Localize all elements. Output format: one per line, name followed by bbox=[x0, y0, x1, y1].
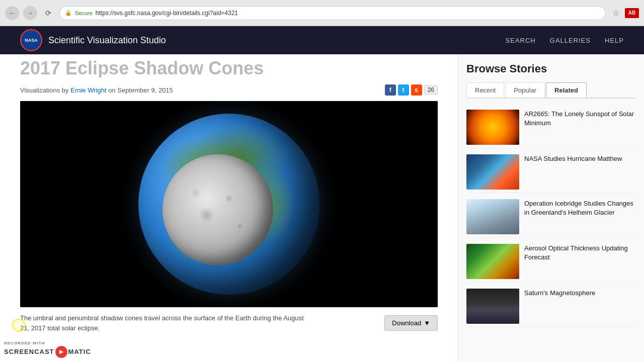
caption-bar: The umbral and penumbral shadow cones tr… bbox=[20, 307, 438, 338]
site-logo: NASA Scientific Visualization Studio bbox=[20, 29, 166, 51]
story-title: NASA Studies Hurricane Matthew bbox=[524, 154, 636, 163]
nav-galleries[interactable]: GALLERIES bbox=[550, 37, 591, 44]
story-info: Aerosol Optical Thickness Updating Forec… bbox=[524, 244, 636, 262]
story-title: Operation Icebridge Studies Changes in G… bbox=[524, 199, 636, 217]
facebook-share-button[interactable]: f bbox=[385, 84, 396, 96]
bookmark-button[interactable]: ☆ bbox=[610, 7, 622, 19]
story-thumbnail bbox=[466, 289, 519, 324]
story-thumbnail bbox=[466, 199, 519, 234]
right-sidebar: Browse Stories Recent Popular Related AR… bbox=[458, 54, 644, 362]
browser-chrome: ← → ⟳ 🔒 Secure https://svs.gsfc.nasa.gov… bbox=[0, 0, 644, 26]
page-title: 2017 Eclipse Shadow Cones bbox=[20, 59, 438, 77]
brand-part2: MATIC bbox=[68, 348, 91, 356]
browser-actions: ☆ AB bbox=[610, 7, 639, 19]
main-content: 2017 Eclipse Shadow Cones Visualizations… bbox=[0, 54, 644, 362]
url-text: https://svs.gsfc.nasa.gov/cgi-bin/detail… bbox=[96, 10, 238, 17]
recorded-label: RECORDED WITH bbox=[4, 341, 91, 346]
social-bar: f t s 26 bbox=[385, 84, 438, 96]
nasa-logo-icon: NASA bbox=[20, 29, 42, 51]
hurricane-thumbnail-image bbox=[466, 154, 519, 190]
story-thumbnail bbox=[466, 244, 519, 279]
refresh-button[interactable]: ⟳ bbox=[41, 6, 55, 20]
earth-visual bbox=[20, 101, 438, 307]
screencast-logo-icon: ▶ bbox=[55, 346, 67, 358]
secure-label: Secure bbox=[75, 10, 93, 16]
browse-stories-title: Browse Stories bbox=[466, 62, 636, 75]
story-title: Aerosol Optical Thickness Updating Forec… bbox=[524, 244, 636, 262]
story-item[interactable]: Operation Icebridge Studies Changes in G… bbox=[466, 196, 636, 238]
saturn-thumbnail-image bbox=[466, 289, 519, 324]
story-item[interactable]: NASA Studies Hurricane Matthew bbox=[466, 151, 636, 193]
moon-craters bbox=[163, 154, 273, 265]
adblock-button[interactable]: AB bbox=[625, 8, 639, 18]
brand-part1: SCREENCAST bbox=[4, 348, 54, 356]
back-button[interactable]: ← bbox=[5, 6, 19, 20]
address-bar[interactable]: 🔒 Secure https://svs.gsfc.nasa.gov/cgi-b… bbox=[59, 6, 606, 20]
download-button[interactable]: Download ▼ bbox=[384, 315, 438, 331]
page-title-area: 2017 Eclipse Shadow Cones bbox=[20, 54, 438, 81]
story-info: Operation Icebridge Studies Changes in G… bbox=[524, 199, 636, 217]
secure-icon: 🔒 bbox=[65, 10, 72, 16]
moon-sphere bbox=[163, 154, 273, 265]
story-thumbnail bbox=[466, 110, 519, 145]
nav-help[interactable]: HELP bbox=[605, 37, 624, 44]
icebridge-thumbnail-image bbox=[466, 199, 519, 234]
author-link[interactable]: Ernie Wright bbox=[70, 86, 106, 94]
screencast-watermark: RECORDED WITH SCREENCAST ▶ MATIC bbox=[4, 341, 91, 358]
tab-related[interactable]: Related bbox=[546, 82, 587, 98]
story-info: AR2665: The Lonely Sunspot of Solar Mini… bbox=[524, 110, 636, 128]
meta-text: Visualizations by Ernie Wright on Septem… bbox=[20, 86, 173, 94]
story-thumbnail bbox=[466, 154, 519, 190]
meta-bar: Visualizations by Ernie Wright on Septem… bbox=[20, 81, 438, 101]
stumbleupon-share-button[interactable]: s bbox=[411, 84, 422, 96]
story-item[interactable]: AR2665: The Lonely Sunspot of Solar Mini… bbox=[466, 107, 636, 148]
story-item[interactable]: Aerosol Optical Thickness Updating Forec… bbox=[466, 241, 636, 283]
forward-button[interactable]: → bbox=[23, 6, 37, 20]
site-title: Scientific Visualization Studio bbox=[48, 35, 166, 46]
tab-recent[interactable]: Recent bbox=[466, 82, 504, 98]
dropdown-arrow-icon: ▼ bbox=[424, 319, 430, 327]
cursor-indicator bbox=[12, 319, 25, 332]
stories-list: AR2665: The Lonely Sunspot of Solar Mini… bbox=[466, 107, 636, 327]
caption-text: The umbral and penumbral shadow cones tr… bbox=[20, 313, 312, 333]
share-count: 26 bbox=[424, 85, 438, 95]
earth-globe bbox=[138, 114, 319, 295]
nav-search[interactable]: SEARCH bbox=[506, 37, 536, 44]
tab-popular[interactable]: Popular bbox=[505, 82, 545, 98]
story-item[interactable]: Saturn's Magnetosphere bbox=[466, 286, 636, 327]
site-header: NASA Scientific Visualization Studio SEA… bbox=[0, 26, 644, 54]
page-wrapper: NASA Scientific Visualization Studio SEA… bbox=[0, 26, 644, 362]
story-title: Saturn's Magnetosphere bbox=[524, 289, 636, 298]
site-nav: SEARCH GALLERIES HELP bbox=[506, 37, 624, 44]
story-title: AR2665: The Lonely Sunspot of Solar Mini… bbox=[524, 110, 636, 128]
tab-bar: Recent Popular Related bbox=[466, 82, 636, 99]
left-content: 2017 Eclipse Shadow Cones Visualizations… bbox=[0, 54, 458, 362]
media-container[interactable] bbox=[20, 101, 438, 307]
story-info: NASA Studies Hurricane Matthew bbox=[524, 154, 636, 163]
aerosol-thumbnail-image bbox=[466, 244, 519, 279]
story-info: Saturn's Magnetosphere bbox=[524, 289, 636, 298]
twitter-share-button[interactable]: t bbox=[398, 84, 409, 96]
sunspot-thumbnail-image bbox=[466, 110, 519, 145]
